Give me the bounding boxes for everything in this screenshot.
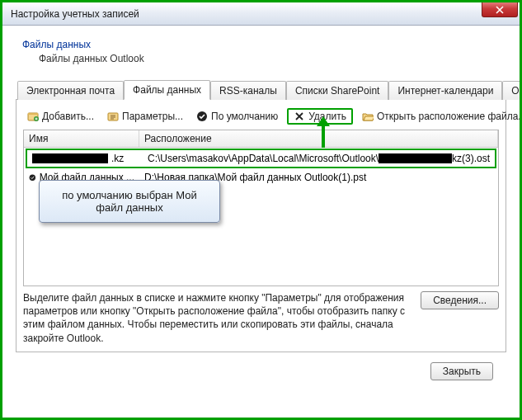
close-button[interactable]: Закрыть	[430, 362, 493, 380]
svg-rect-1	[28, 113, 38, 115]
tab-sharepoint[interactable]: Списки SharePoint	[286, 81, 389, 100]
table-header: Имя Расположение	[24, 130, 498, 148]
column-name[interactable]: Имя	[24, 130, 139, 147]
panel-footer: Выделите файл данных в списке и нажмите …	[23, 291, 499, 345]
row-location-prefix: C:\Users\masakov\AppData\Local\Microsoft…	[148, 153, 379, 164]
page-title: Файлы данных	[22, 39, 506, 50]
dialog-footer: Закрыть	[16, 352, 506, 380]
default-label: По умолчанию	[211, 111, 278, 122]
open-location-button[interactable]: Открыть расположение файла...	[358, 108, 522, 125]
check-circle-icon	[196, 111, 208, 122]
data-files-table: Имя Расположение .kz C:\Users\masakov\Ap…	[23, 130, 499, 286]
tab-rss[interactable]: RSS-каналы	[210, 81, 286, 100]
tab-data-files[interactable]: Файлы данных	[124, 80, 210, 100]
tabstrip: Электронная почта Файлы данных RSS-канал…	[16, 79, 506, 100]
toolbar: Добавить... Параметры... По умолчанию Уд…	[23, 108, 499, 125]
page-subtitle: Файлы данных Outlook	[39, 53, 506, 64]
default-button[interactable]: По умолчанию	[192, 108, 282, 125]
open-location-label: Открыть расположение файла...	[377, 111, 522, 122]
remove-icon	[294, 111, 305, 122]
close-icon	[496, 6, 504, 14]
annotation-tooltip: по умолчанию выбран Мой файл данных	[39, 180, 220, 223]
header-block: Файлы данных Файлы данных Outlook	[16, 39, 506, 64]
add-icon	[27, 111, 39, 122]
row-name-suffix: .kz	[111, 153, 124, 164]
dialog-content: Файлы данных Файлы данных Outlook Электр…	[2, 26, 520, 389]
help-text: Выделите файл данных в списке и нажмите …	[23, 291, 411, 345]
add-button[interactable]: Добавить...	[23, 108, 98, 125]
svg-rect-3	[108, 113, 118, 120]
settings-icon	[107, 111, 119, 122]
tab-published[interactable]: Опублико	[502, 81, 522, 100]
details-button[interactable]: Сведения...	[421, 291, 499, 309]
titlebar: Настройка учетных записей	[2, 2, 520, 26]
default-check-icon	[29, 172, 36, 183]
redacted-name	[32, 153, 108, 163]
column-location[interactable]: Расположение	[139, 130, 498, 147]
folder-open-icon	[362, 111, 374, 122]
redacted-loc	[379, 153, 452, 163]
tab-panel: Добавить... Параметры... По умолчанию Уд…	[16, 100, 506, 352]
row-location-suffix: kz(3).ost	[452, 153, 490, 164]
window-close-button[interactable]	[482, 2, 518, 17]
table-row[interactable]: .kz C:\Users\masakov\AppData\Local\Micro…	[26, 149, 496, 168]
settings-label: Параметры...	[122, 111, 183, 122]
window-title: Настройка учетных записей	[11, 8, 139, 20]
add-label: Добавить...	[42, 111, 94, 122]
tab-email[interactable]: Электронная почта	[17, 81, 124, 100]
settings-button[interactable]: Параметры...	[103, 108, 187, 125]
tab-internet-calendars[interactable]: Интернет-календари	[388, 81, 502, 100]
